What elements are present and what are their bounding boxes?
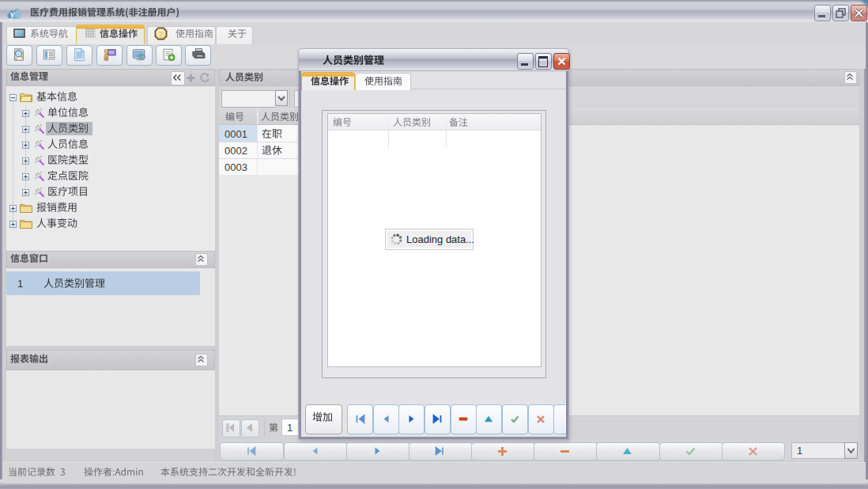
svg-text:y: y — [9, 9, 15, 20]
